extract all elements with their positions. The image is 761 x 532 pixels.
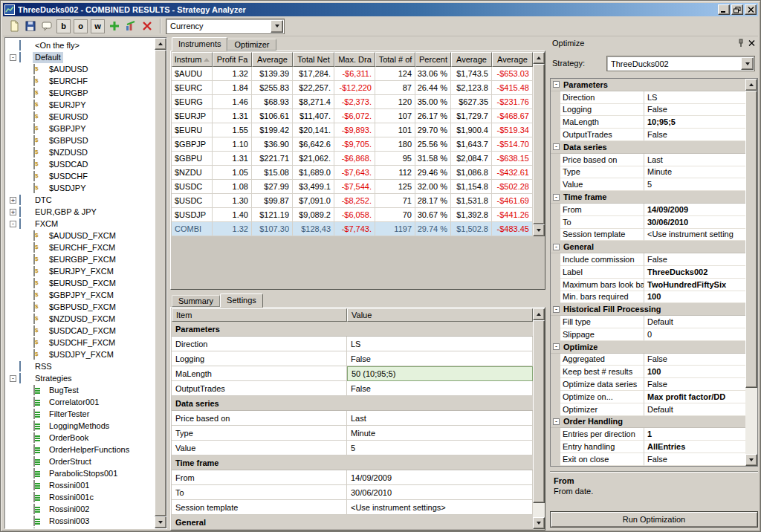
property-row[interactable]: Value5 — [551, 178, 745, 191]
table-row[interactable]: $USDJP1.40$121.19$9,089.2-$6,058.7030.67… — [172, 208, 533, 222]
column-header-value[interactable]: Value — [347, 308, 533, 322]
property-row[interactable]: Optimize on...Max profit factor/DD — [551, 391, 745, 403]
settings-row[interactable]: DirectionLS — [172, 337, 533, 351]
settings-row[interactable]: To30/06/2010 — [172, 485, 533, 500]
tree-item[interactable]: $EURGBP_FXCM — [7, 253, 153, 265]
property-row[interactable]: LabelThreeDucks002 — [551, 266, 745, 279]
property-value[interactable]: 1 — [644, 428, 745, 441]
property-value[interactable]: AllEntries — [644, 441, 745, 453]
instruments-scrollbar[interactable] — [533, 52, 545, 236]
property-value[interactable]: LS — [644, 91, 745, 104]
scrollbar-thumb[interactable] — [155, 50, 166, 516]
tree-item[interactable]: Rossini002 — [7, 503, 153, 515]
tree-item[interactable]: OrderStruct — [7, 455, 153, 467]
scroll-up-button[interactable] — [745, 79, 757, 91]
table-row[interactable]: $GBPJP1.10$36.90$6,642.6-$9,705.18025.56… — [172, 137, 533, 152]
tree-item[interactable]: $USDJPY — [7, 182, 153, 194]
table-row[interactable]: $EURC1.84$255.83$22,257.-$12,2208726.44 … — [172, 81, 533, 95]
column-header-item[interactable]: Item — [172, 308, 347, 322]
property-row[interactable]: Slippage0 — [551, 328, 745, 341]
collapse-minus-icon[interactable]: - — [553, 194, 560, 201]
property-value[interactable]: <Use instrument setting — [644, 229, 745, 241]
strategy-dropdown-arrow-icon[interactable] — [741, 57, 754, 70]
property-row[interactable]: From14/09/2009 — [551, 204, 745, 216]
property-section-row[interactable]: -Historical Fill Processing — [551, 303, 745, 316]
table-row[interactable]: $USDC1.08$27.99$3,499.1-$7,544.12532.00 … — [172, 180, 533, 194]
combined-row[interactable]: COMBI1.32$107.30$128,43-$7,743.119729.74… — [172, 222, 533, 236]
tree-item[interactable]: $EURUSD — [7, 111, 153, 123]
settings-row[interactable]: LoggingFalse — [172, 351, 533, 366]
property-row[interactable]: Keep best # results100 — [551, 366, 745, 378]
tree-item[interactable]: -Default — [7, 51, 153, 63]
tree-item[interactable]: $EURJPY_FXCM — [7, 265, 153, 277]
property-row[interactable]: Exit on closeFalse — [551, 453, 745, 466]
settings-row[interactable]: Session template<Use instrument settings… — [172, 500, 533, 515]
tree-item[interactable]: RSS — [7, 360, 153, 372]
run-optimization-button[interactable]: Run Optimization — [550, 511, 758, 528]
table-row[interactable]: $EURJP1.31$106.61$11,407.-$6,072.10726.1… — [172, 109, 533, 123]
property-row[interactable]: AggregatedFalse — [551, 354, 745, 366]
column-header[interactable]: Profit Fa — [213, 52, 252, 67]
scrollbar-thumb[interactable] — [533, 320, 545, 503]
column-header[interactable]: Total # of — [375, 52, 415, 67]
tree-item[interactable]: +EUR,GBP & JPY — [7, 206, 153, 218]
tree-item[interactable]: $AUDUSD_FXCM — [7, 230, 153, 241]
setting-value[interactable]: <Use instrument settings> — [347, 500, 533, 515]
tree-item[interactable]: Rossini004 — [7, 527, 153, 528]
tree-item[interactable]: $EURGBP — [7, 87, 153, 99]
tree-item[interactable]: $GBPJPY_FXCM — [7, 289, 153, 301]
collapse-minus-icon[interactable]: - — [553, 244, 560, 250]
tree-item[interactable]: $GBPUSD_FXCM — [7, 301, 153, 313]
tree-item[interactable]: $USDCHF_FXCM — [7, 337, 153, 348]
collapse-minus-icon[interactable]: - — [553, 81, 560, 88]
tree-item[interactable]: $USDCAD_FXCM — [7, 325, 153, 337]
table-row[interactable]: $NZDU1.05$15.08$1,689.0-$7,643.11229.46 … — [172, 166, 533, 180]
tab-instruments[interactable]: Instruments — [172, 37, 227, 51]
property-value[interactable]: Default — [644, 403, 745, 416]
property-value[interactable]: Default — [644, 316, 745, 328]
column-header[interactable]: Instrum — [172, 52, 213, 67]
tree-item[interactable]: OrderHelperFunctions — [7, 444, 153, 455]
instrument-list-dropdown[interactable]: Currency — [166, 19, 285, 34]
property-value[interactable]: 100 — [644, 366, 745, 378]
tree-item[interactable]: Rossini001 — [7, 479, 153, 491]
restore-button[interactable] — [731, 4, 743, 15]
property-value[interactable]: False — [644, 104, 745, 117]
table-row[interactable]: $AUDU1.32$139.39$17,284.-$6,311.12433.06… — [172, 67, 533, 81]
scroll-up-button[interactable] — [533, 52, 545, 64]
scroll-down-button[interactable] — [533, 517, 545, 529]
setting-value[interactable]: 30/06/2010 — [347, 485, 533, 500]
tree-item[interactable]: $NZDUSD — [7, 146, 153, 158]
tree-item[interactable]: ParabolicStops001 — [7, 467, 153, 479]
property-row[interactable]: Price based onLast — [551, 154, 745, 166]
tree-item[interactable]: <On the fly> — [7, 39, 153, 51]
column-header[interactable]: Total Net — [293, 52, 334, 67]
minimize-button[interactable] — [718, 4, 730, 15]
tree-item[interactable]: BugTest — [7, 384, 153, 396]
setting-value[interactable]: False — [347, 381, 533, 396]
column-header[interactable]: Average — [492, 52, 533, 67]
tree-item[interactable]: $USDJPY_FXCM — [7, 348, 153, 360]
tree-item[interactable]: OrderBook — [7, 432, 153, 444]
setting-value[interactable]: 5 — [347, 441, 533, 455]
setting-value[interactable]: False — [347, 351, 533, 366]
property-section-row[interactable]: -Optimize — [551, 341, 745, 354]
tree-item[interactable]: Correlator001 — [7, 396, 153, 408]
tab-summary[interactable]: Summary — [172, 295, 220, 307]
property-row[interactable]: OptimizerDefault — [551, 403, 745, 416]
letter-b-button[interactable]: b — [56, 19, 71, 33]
tree-scrollbar[interactable] — [155, 38, 166, 528]
tree-item[interactable]: $GBPUSD — [7, 134, 153, 146]
setting-value[interactable]: 50 (10;95;5) — [347, 366, 533, 381]
column-header[interactable]: Average — [252, 52, 293, 67]
collapse-minus-icon[interactable]: - — [10, 221, 16, 227]
settings-row[interactable]: MaLength50 (10;95;5) — [172, 366, 533, 381]
scroll-up-button[interactable] — [155, 38, 166, 50]
setting-value[interactable]: 14/09/2009 — [347, 470, 533, 485]
settings-row[interactable]: Value5 — [172, 441, 533, 455]
property-value[interactable]: Minute — [644, 166, 745, 179]
property-value[interactable]: Max profit factor/DD — [644, 391, 745, 403]
collapse-minus-icon[interactable]: - — [553, 143, 560, 150]
settings-scrollbar[interactable] — [533, 308, 545, 529]
property-row[interactable]: TypeMinute — [551, 166, 745, 179]
